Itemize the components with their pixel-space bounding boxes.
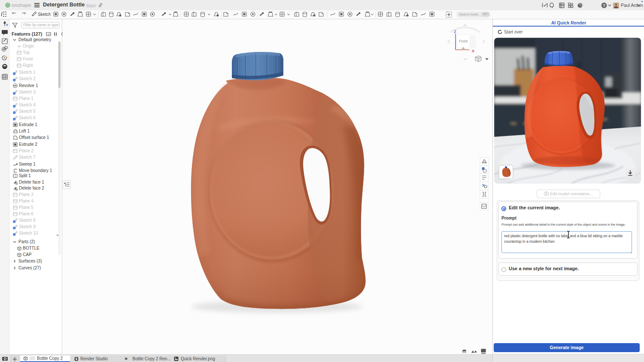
svg-text:Sketch: Sketch [38,12,51,17]
svg-text:Z: Z [454,30,456,34]
svg-text:?: ? [603,3,605,8]
svg-text:Front: Front [459,39,468,43]
svg-text:X: X [472,49,474,53]
